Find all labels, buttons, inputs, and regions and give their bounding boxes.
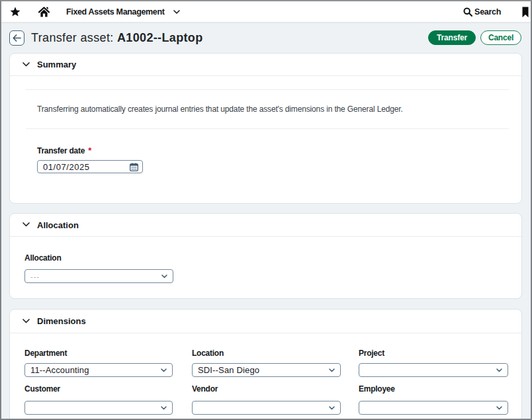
cancel-button[interactable]: Cancel xyxy=(480,30,521,45)
bookmark-icon[interactable] xyxy=(521,5,529,19)
dimensions-section-header[interactable]: Dimensions xyxy=(10,310,521,333)
chevron-down-icon xyxy=(22,319,30,323)
department-select-value: 11--Accounting xyxy=(30,365,89,375)
search-icon xyxy=(463,7,472,17)
chevron-down-icon xyxy=(161,274,167,278)
app-switcher[interactable]: Fixed Assets Management xyxy=(66,1,180,22)
allocation-section: Allocation Allocation --- xyxy=(9,213,522,299)
required-asterisk: * xyxy=(88,146,91,155)
chevron-down-icon xyxy=(329,368,335,372)
allocation-section-header[interactable]: Allocation xyxy=(10,214,521,237)
top-bar: Fixed Assets Management Search xyxy=(1,1,531,22)
app-name: Fixed Assets Management xyxy=(66,7,164,17)
transfer-date-label: Transfer date* xyxy=(37,146,91,155)
back-button[interactable] xyxy=(9,30,24,46)
page-title-asset: A1002--Laptop xyxy=(117,31,203,45)
search-button[interactable]: Search xyxy=(463,1,501,22)
dimensions-section: Dimensions Department 11--Accounting Loc… xyxy=(9,309,522,420)
summary-message-text: Transferring automatically creates journ… xyxy=(37,105,403,114)
project-label: Project xyxy=(359,349,384,358)
transfer-date-input[interactable] xyxy=(38,161,142,173)
chevron-down-icon xyxy=(22,222,30,227)
allocation-select[interactable]: --- xyxy=(24,269,173,283)
employee-select[interactable] xyxy=(359,401,508,415)
chevron-down-icon xyxy=(161,406,167,410)
search-label: Search xyxy=(474,7,501,17)
location-label: Location xyxy=(192,349,224,358)
customer-label: Customer xyxy=(24,385,60,394)
summary-section: Summary Transferring automatically creat… xyxy=(9,53,522,204)
allocation-label: Allocation xyxy=(24,254,62,263)
home-icon[interactable] xyxy=(37,5,50,19)
location-select[interactable]: SDI--San Diego xyxy=(192,363,341,377)
location-select-value: SDI--San Diego xyxy=(198,365,259,375)
arrow-left-icon xyxy=(13,34,21,42)
page-title: Transfer asset: A1002--Laptop xyxy=(31,22,203,53)
chevron-down-icon xyxy=(22,62,30,67)
vendor-label: Vendor xyxy=(192,385,218,394)
chevron-down-icon xyxy=(161,368,167,372)
department-label: Department xyxy=(24,349,67,358)
transfer-button[interactable]: Transfer xyxy=(428,30,476,45)
employee-label: Employee xyxy=(359,385,395,394)
chevron-down-icon xyxy=(496,368,502,372)
star-icon[interactable] xyxy=(9,5,22,19)
calendar-icon[interactable] xyxy=(130,163,138,171)
dimensions-section-title: Dimensions xyxy=(37,316,86,326)
summary-section-title: Summary xyxy=(37,60,76,69)
page-title-prefix: Transfer asset: xyxy=(31,31,117,45)
project-select[interactable] xyxy=(359,363,508,377)
department-select[interactable]: 11--Accounting xyxy=(24,363,173,377)
vendor-select[interactable] xyxy=(192,401,341,415)
customer-select[interactable] xyxy=(24,401,173,415)
chevron-down-icon xyxy=(329,406,335,410)
page-header: Transfer asset: A1002--Laptop Transfer C… xyxy=(0,22,532,53)
chevron-down-icon xyxy=(173,10,180,14)
allocation-select-value: --- xyxy=(30,273,40,280)
transfer-date-input-wrap xyxy=(37,160,143,173)
summary-message-block: Transferring automatically creates journ… xyxy=(26,89,509,129)
allocation-section-title: Allocation xyxy=(37,220,79,230)
chevron-down-icon xyxy=(496,406,502,410)
summary-section-header[interactable]: Summary xyxy=(10,54,521,76)
